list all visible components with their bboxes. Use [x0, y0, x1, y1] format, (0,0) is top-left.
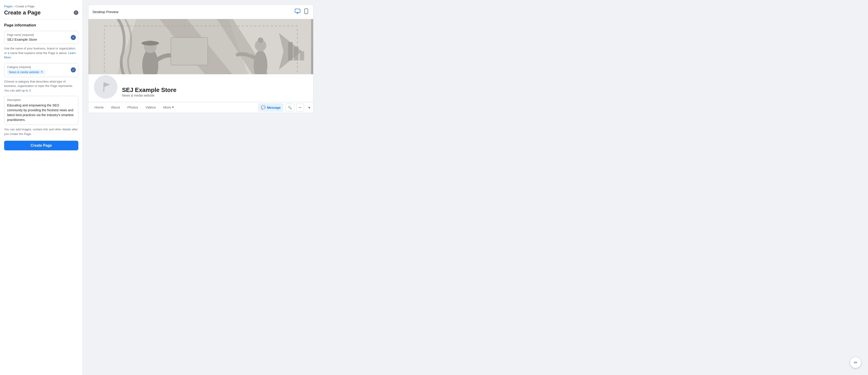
- page-name-label: Page name (required): [7, 33, 75, 36]
- profile-avatar: [93, 74, 118, 99]
- svg-rect-11: [294, 47, 299, 60]
- desktop-view-button[interactable]: [294, 8, 301, 16]
- preview-header: Desktop Preview: [89, 5, 313, 19]
- category-field[interactable]: Category (required) ✓ News & media websi…: [4, 63, 79, 77]
- svg-rect-12: [300, 51, 304, 60]
- scroll-down-indicator: ▼: [306, 106, 311, 110]
- profile-info: SEJ Example Store News & media website: [122, 86, 177, 99]
- category-label: Category (required): [7, 65, 75, 69]
- chevron-down-icon: ▼: [308, 106, 311, 110]
- page-name-value: SEJ Example Store: [7, 37, 75, 41]
- svg-rect-21: [98, 79, 114, 95]
- svg-rect-20: [171, 37, 208, 65]
- preview-title: Desktop Preview: [93, 10, 119, 14]
- description-text: Educating and empowering the SEO communi…: [7, 103, 75, 122]
- description-label: Description: [7, 98, 75, 102]
- cover-photo: [89, 19, 313, 83]
- svg-point-16: [142, 41, 159, 46]
- nav-actions: 💬 Message 🔍 ··· ▼: [258, 103, 311, 112]
- svg-point-19: [258, 37, 263, 43]
- svg-rect-0: [295, 9, 300, 12]
- nav-more[interactable]: More ▾: [160, 102, 178, 113]
- svg-rect-10: [288, 42, 293, 60]
- nav-home[interactable]: Home: [91, 103, 107, 113]
- right-panel: Desktop Preview: [83, 0, 868, 375]
- page-name-check: ✓: [71, 35, 76, 40]
- category-check: ✓: [71, 67, 76, 73]
- info-icon[interactable]: i: [74, 10, 79, 15]
- left-panel: Pages › Create a Page Create a Page i Pa…: [0, 0, 83, 375]
- page-title: Create a Page i: [4, 9, 79, 16]
- svg-point-4: [306, 12, 307, 13]
- preview-icons: [294, 8, 309, 16]
- edit-button[interactable]: ✏: [850, 357, 861, 368]
- breadcrumb: Pages › Create a Page: [4, 5, 79, 8]
- page-name-helper: Use the name of your business, brand or …: [4, 46, 79, 60]
- create-page-button[interactable]: Create Page: [4, 141, 79, 150]
- message-button[interactable]: 💬 Message: [258, 103, 283, 112]
- more-options-button[interactable]: ···: [296, 104, 304, 112]
- nav-photos[interactable]: Photos: [124, 103, 142, 113]
- category-tag: News & media website ✕: [7, 70, 45, 75]
- section-title: Page information: [4, 23, 79, 28]
- category-helper: Choose a category that describes what ty…: [4, 79, 79, 93]
- page-name-field[interactable]: Page name (required) SEJ Example Store ✓: [4, 31, 79, 44]
- messenger-icon: 💬: [261, 105, 266, 110]
- svg-rect-22: [103, 82, 104, 92]
- preview-wrapper: SEJ Example Store News & media website H…: [89, 19, 313, 113]
- nav-about[interactable]: About: [107, 103, 124, 113]
- ellipsis-icon: ···: [299, 106, 302, 110]
- edit-icon: ✏: [854, 360, 858, 365]
- preview-container: Desktop Preview: [88, 5, 313, 113]
- bottom-helper: You can add images, contact info and oth…: [4, 127, 79, 136]
- mobile-view-button[interactable]: [304, 8, 309, 16]
- category-remove-btn[interactable]: ✕: [41, 70, 43, 74]
- profile-page-name: SEJ Example Store: [122, 86, 177, 93]
- nav-videos[interactable]: Videos: [142, 103, 160, 113]
- profile-page-category: News & media website: [122, 93, 177, 97]
- profile-section: SEJ Example Store News & media website: [89, 74, 313, 99]
- page-nav: Home About Photos Videos More ▾ 💬 Messag…: [89, 102, 313, 113]
- search-button[interactable]: 🔍: [285, 104, 294, 112]
- description-field[interactable]: Description Educating and empowering the…: [4, 96, 79, 125]
- search-icon: 🔍: [288, 106, 292, 110]
- more-chevron-icon: ▾: [172, 105, 174, 109]
